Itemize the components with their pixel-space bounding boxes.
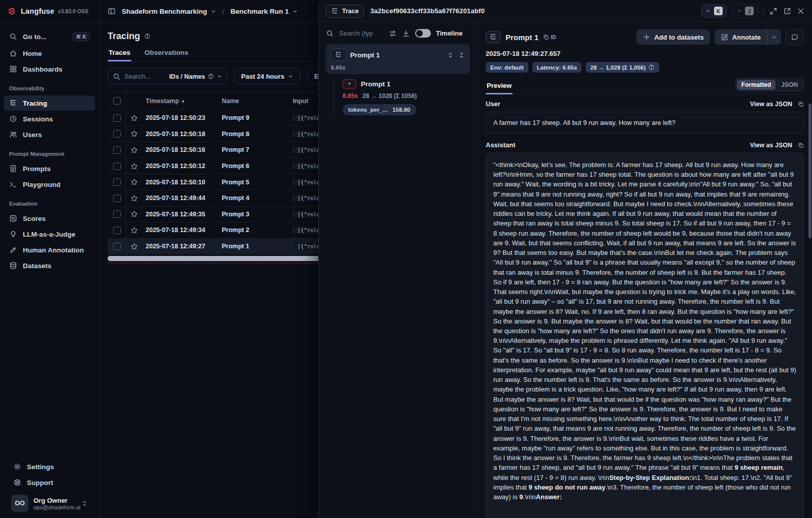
collapse-icon[interactable] (458, 52, 465, 58)
sidebar-item-users[interactable]: Users (4, 127, 95, 142)
annotate-button[interactable]: Annotate (715, 29, 767, 45)
column-name[interactable]: Name (218, 98, 289, 105)
sidebar-item-label: Users (23, 131, 42, 139)
row-name: Prompt 6 (218, 163, 289, 170)
row-checkbox[interactable] (113, 178, 121, 186)
org-user-menu[interactable]: OO Org Owner ops@shadeform.ai (8, 491, 91, 513)
open-in-new-icon[interactable] (783, 7, 791, 15)
row-checkbox[interactable] (113, 114, 121, 122)
format-option-json[interactable]: JSON (776, 80, 802, 90)
file-icon (9, 165, 17, 173)
row-checkbox[interactable] (113, 130, 121, 138)
sidebar-item-label: Dashboards (23, 66, 62, 73)
sidebar-item-human-annotation[interactable]: Human Annotation (4, 242, 95, 257)
close-icon[interactable] (797, 7, 805, 15)
trace-id: 3a2bcef90633cff33b5a67f76201abf0 (370, 7, 485, 15)
row-checkbox[interactable] (113, 163, 121, 170)
star-icon[interactable] (130, 146, 138, 154)
nav-prev-button[interactable]: K (701, 4, 727, 18)
row-checkbox[interactable] (113, 210, 121, 218)
nav-next-button[interactable]: J (732, 4, 758, 18)
row-checkbox[interactable] (113, 226, 121, 234)
sidebar-item-label: Home (23, 50, 42, 57)
star-icon[interactable] (130, 195, 138, 202)
sidebar-toggle-icon[interactable] (108, 7, 116, 15)
info-icon (208, 73, 214, 80)
star-icon[interactable] (130, 130, 138, 138)
project-selector[interactable]: Benchmark Run 1 (230, 8, 298, 15)
copy-id-button[interactable]: ID (543, 34, 556, 40)
copy-icon[interactable] (798, 142, 804, 148)
filter-settings-icon[interactable] (389, 29, 397, 38)
select-all-checkbox[interactable] (113, 97, 121, 105)
sidebar-item-label: LLM-as-a-Judge (23, 231, 76, 238)
annotate-dropdown-button[interactable] (767, 29, 781, 45)
home-icon (9, 49, 17, 57)
breadcrumb-separator: / (222, 7, 224, 16)
sidebar-item-datasets[interactable]: Datasets (4, 258, 95, 273)
column-timestamp[interactable]: Timestamp ▼ (142, 98, 218, 105)
copy-icon[interactable] (798, 101, 804, 107)
search-type-selector[interactable]: IDs / Names (169, 73, 222, 80)
bookmark-star-cell (126, 114, 142, 122)
tab-preview[interactable]: Preview (486, 81, 513, 94)
sidebar-item-label: Datasets (23, 262, 51, 270)
view-as-json-link[interactable]: View as JSON (750, 142, 792, 149)
download-icon[interactable] (402, 29, 410, 38)
expand-icon[interactable] (769, 7, 777, 15)
sidebar-item-sessions[interactable]: Sessions (4, 111, 95, 126)
star-icon[interactable] (130, 226, 138, 234)
add-to-datasets-button[interactable]: Add to datasets (636, 29, 710, 45)
sidebar-item-llm-as-a-judge[interactable]: LLM-as-a-Judge (4, 226, 95, 242)
tab-traces[interactable]: Traces (108, 48, 131, 61)
listtree-icon (9, 99, 17, 107)
sidebar-item-playground[interactable]: Playground (4, 177, 95, 192)
unfold-icon[interactable] (447, 52, 454, 58)
row-checkbox[interactable] (113, 146, 121, 154)
child-tokens: 28 → 1028 (Σ 1056) (362, 92, 417, 100)
goto-button[interactable]: Go to... ⌘ K (4, 28, 95, 45)
sidebar-item-tracing[interactable]: Tracing (4, 95, 95, 111)
row-timestamp: 2025-07-18 12:49:35 (142, 211, 218, 218)
time-range-filter[interactable]: Past 24 hours (234, 68, 300, 85)
star-icon[interactable] (130, 243, 138, 250)
search-input[interactable]: Search... IDs / Names (108, 68, 227, 85)
sidebar-item-settings[interactable]: Settings (8, 459, 91, 474)
view-as-json-link[interactable]: View as JSON (750, 101, 792, 108)
row-name: Prompt 1 (218, 243, 289, 250)
dashboards-icon (9, 65, 17, 73)
timeline-toggle[interactable] (415, 29, 431, 38)
sidebar-item-home[interactable]: Home (4, 46, 95, 61)
sidebar-item-prompts[interactable]: Prompts (4, 161, 95, 176)
assistant-text-segment: .\n\n (523, 493, 536, 501)
bookmark-star-cell (126, 163, 142, 170)
user-message: A farmer has 17 sheep. All but 9 run awa… (486, 112, 804, 134)
star-icon[interactable] (130, 210, 138, 218)
page-title: Tracing (108, 31, 140, 42)
tab-observations[interactable]: Observations (144, 48, 189, 61)
app-version: v3.83.0 OSS (58, 8, 88, 14)
chevron-down-icon (288, 74, 293, 79)
divider (763, 7, 764, 15)
child-latency: 6.65s (343, 92, 358, 100)
sidebar-item-support[interactable]: Support (8, 475, 91, 490)
row-checkbox[interactable] (113, 195, 121, 202)
comments-button[interactable] (786, 29, 804, 45)
chat-bubble-icon (791, 33, 799, 41)
assistant-text-segment: 9 sheep do not run away (528, 483, 605, 491)
sidebar-item-scores[interactable]: Scores (4, 211, 95, 226)
row-timestamp: 2025-07-18 12:50:12 (142, 163, 218, 170)
org-selector[interactable]: Shadeform Benchmarking (122, 8, 216, 15)
user-section-title: User (486, 100, 500, 108)
generation-node[interactable]: Prompt 1 (343, 79, 470, 89)
sidebar-item-dashboards[interactable]: Dashboards (4, 61, 95, 77)
star-icon[interactable] (130, 114, 138, 122)
star-icon[interactable] (130, 163, 138, 170)
star-icon[interactable] (130, 178, 138, 186)
vertical-scrollbar[interactable] (808, 104, 811, 238)
trace-root-node[interactable]: Prompt 1 6.65s (326, 44, 470, 74)
row-checkbox[interactable] (113, 243, 121, 250)
tree-search-input[interactable]: Search (typ (339, 29, 384, 37)
format-option-formatted[interactable]: Formatted (737, 80, 776, 90)
app-logo-row: Langfuse v3.83.0 OSS (0, 0, 99, 23)
